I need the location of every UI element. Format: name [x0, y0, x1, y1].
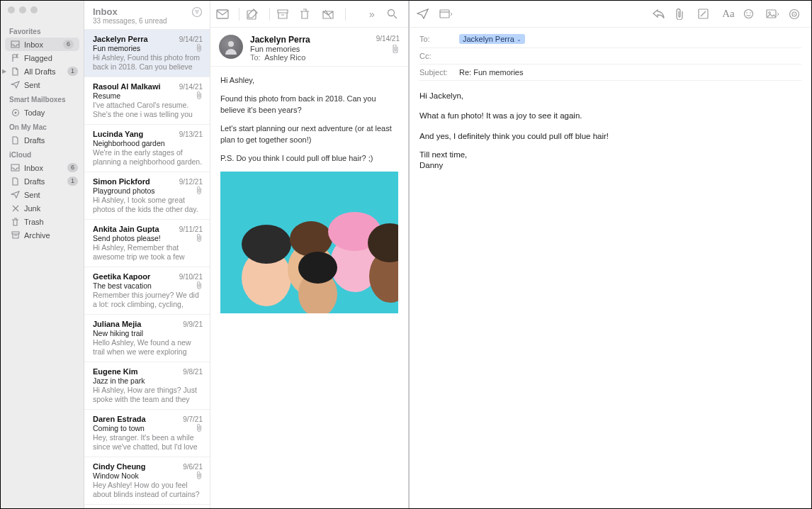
msg-subject: Coming to town	[93, 424, 145, 432]
avatar	[219, 35, 243, 59]
msg-date: 9/9/21	[183, 320, 203, 328]
junk-icon	[11, 203, 20, 213]
msg-sender: Lucinda Yang	[93, 130, 143, 138]
msg-subject: Neighborhood garden	[93, 139, 165, 147]
msg-date: 9/6/21	[183, 463, 203, 471]
minimize-dot[interactable]	[19, 6, 26, 13]
msg-preview: Hi Ashley, How are things? Just spoke wi…	[93, 386, 203, 404]
reader-p1: Hi Ashley,	[220, 75, 398, 86]
msg-sender: Simon Pickford	[93, 177, 150, 186]
archive-icon	[11, 230, 20, 240]
sidebar-item-sent[interactable]: Sent	[1, 78, 84, 91]
section-onmac: On My Mac	[1, 119, 84, 133]
to-label: To:	[250, 53, 261, 62]
zoom-dot[interactable]	[30, 6, 38, 13]
header-fields-icon[interactable]	[439, 9, 455, 18]
section-icloud: iCloud	[1, 147, 84, 161]
msg-preview: Hello Ashley, We found a new trail when …	[93, 338, 203, 357]
message-item[interactable]: Rasoul Al Malkawi9/14/21ResumeI've attac…	[84, 77, 210, 125]
trash-icon	[11, 217, 20, 226]
archive-icon[interactable]	[277, 9, 293, 19]
recipient-chip[interactable]: Jackelyn Perra ⌄	[459, 34, 525, 44]
message-attachment-image[interactable]	[220, 172, 398, 313]
msg-sender: Geetika Kapoor	[93, 272, 150, 281]
close-dot[interactable]	[8, 6, 15, 13]
message-item[interactable]: Juliana Mejia9/9/21New hiking trailHello…	[84, 315, 210, 362]
attachment-icon	[393, 45, 400, 53]
svg-point-1	[14, 111, 16, 113]
sidebar-item-ic-archive[interactable]: Archive	[1, 228, 84, 242]
msg-sender: Juliana Mejia	[93, 320, 141, 328]
message-item[interactable]: Geetika Kapoor9/10/21The best vacationRe…	[84, 267, 210, 315]
sent-icon	[11, 190, 20, 199]
reader-to-name: Ashley Rico	[264, 53, 305, 62]
markup-icon[interactable]	[698, 9, 714, 19]
compose-subject-row[interactable]: Subject: Re: Fun memories	[419, 65, 801, 81]
msg-date: 9/14/21	[179, 83, 203, 91]
format-icon[interactable]: Aa	[721, 8, 736, 20]
message-item[interactable]: Eugene Kim9/8/21Jazz in the parkHi Ashle…	[84, 362, 210, 410]
attach-icon[interactable]	[675, 9, 691, 20]
sidebar-item-inbox[interactable]: Inbox 6	[5, 38, 79, 51]
message-item[interactable]: Cindy Cheung9/6/21Window NookHey Ashley!…	[84, 457, 210, 505]
disclosure-icon[interactable]: ▶	[2, 68, 6, 74]
svg-point-5	[388, 10, 395, 16]
junk-icon[interactable]	[322, 9, 338, 19]
msg-subject: Send photos please!	[93, 234, 161, 242]
reader-date: 9/14/21	[376, 35, 400, 45]
inbox-label: Inbox	[24, 40, 59, 49]
sidebar-item-ic-trash[interactable]: Trash	[1, 215, 84, 228]
filter-icon[interactable]	[191, 6, 203, 18]
sidebar-item-ic-sent[interactable]: Sent	[1, 188, 84, 201]
message-items[interactable]: Jackelyn Perra9/14/21Fun memoriesHi Ashl…	[84, 30, 210, 508]
to-label: To:	[419, 35, 453, 43]
reply-icon[interactable]	[653, 9, 668, 18]
sidebar-item-onmac-drafts[interactable]: Drafts	[1, 133, 84, 147]
photo-icon[interactable]	[766, 9, 782, 18]
message-item[interactable]: Greg Crane9/6/21New ways to take your ph…	[84, 505, 210, 508]
compose-to-row[interactable]: To: Jackelyn Perra ⌄	[419, 30, 801, 48]
sidebar-item-today[interactable]: Today	[1, 106, 84, 119]
inbox-icon	[11, 40, 20, 49]
msg-subject: Playground photos	[93, 186, 155, 195]
msg-sender: Eugene Kim	[93, 367, 138, 376]
msg-subject: The best vacation	[93, 281, 152, 290]
message-item[interactable]: Simon Pickford9/12/21Playground photosHi…	[84, 172, 210, 220]
message-item[interactable]: Daren Estrada9/7/21Coming to townHey, st…	[84, 410, 210, 457]
envelope-icon[interactable]	[216, 9, 232, 19]
message-item[interactable]: Ankita Jain Gupta9/11/21Send photos plea…	[84, 220, 210, 267]
msg-preview: Hey, stranger. It's been a while since w…	[93, 433, 203, 452]
compose-body[interactable]: Hi Jackelyn, What a fun photo! It was a …	[410, 81, 811, 179]
more-icon[interactable]: »	[364, 9, 380, 20]
document-icon	[11, 135, 20, 145]
compose-icon[interactable]	[247, 9, 262, 20]
msg-preview: I've attached Carol's resume. She's the …	[93, 101, 203, 119]
send-icon[interactable]	[417, 9, 432, 19]
alldrafts-label: All Drafts	[24, 67, 63, 76]
reader-p2: Found this photo from back in 2018. Can …	[220, 94, 398, 116]
message-item[interactable]: Jackelyn Perra9/14/21Fun memoriesHi Ashl…	[84, 30, 210, 77]
sidebar-item-ic-drafts[interactable]: Drafts 1	[1, 174, 84, 188]
link-icon[interactable]	[789, 9, 804, 20]
document-icon	[11, 67, 20, 76]
search-icon[interactable]	[387, 9, 402, 19]
subject-value[interactable]: Re: Fun memories	[459, 68, 523, 77]
section-favorites: Favorites	[1, 23, 84, 38]
onmac-drafts-label: Drafts	[24, 136, 78, 145]
sent-icon	[11, 80, 20, 89]
sidebar-item-ic-junk[interactable]: Junk	[1, 201, 84, 215]
sidebar-item-alldrafts[interactable]: ▶ All Drafts 1	[1, 65, 84, 78]
sidebar-item-flagged[interactable]: Flagged	[1, 51, 84, 65]
emoji-icon[interactable]	[743, 9, 759, 19]
sidebar-item-ic-inbox[interactable]: Inbox 6	[1, 161, 84, 174]
attachment-icon	[196, 424, 203, 432]
compose-cc-row[interactable]: Cc:	[419, 48, 801, 65]
alldrafts-badge: 1	[67, 67, 78, 76]
svg-point-11	[750, 12, 751, 13]
message-item[interactable]: Lucinda Yang9/13/21Neighborhood gardenWe…	[84, 125, 210, 172]
reader-body[interactable]: Hi Ashley, Found this photo from back in…	[210, 67, 408, 508]
msg-date: 9/14/21	[179, 35, 203, 43]
svg-rect-3	[217, 10, 228, 18]
chevron-down-icon[interactable]: ⌄	[517, 36, 521, 43]
delete-icon[interactable]	[300, 9, 315, 20]
